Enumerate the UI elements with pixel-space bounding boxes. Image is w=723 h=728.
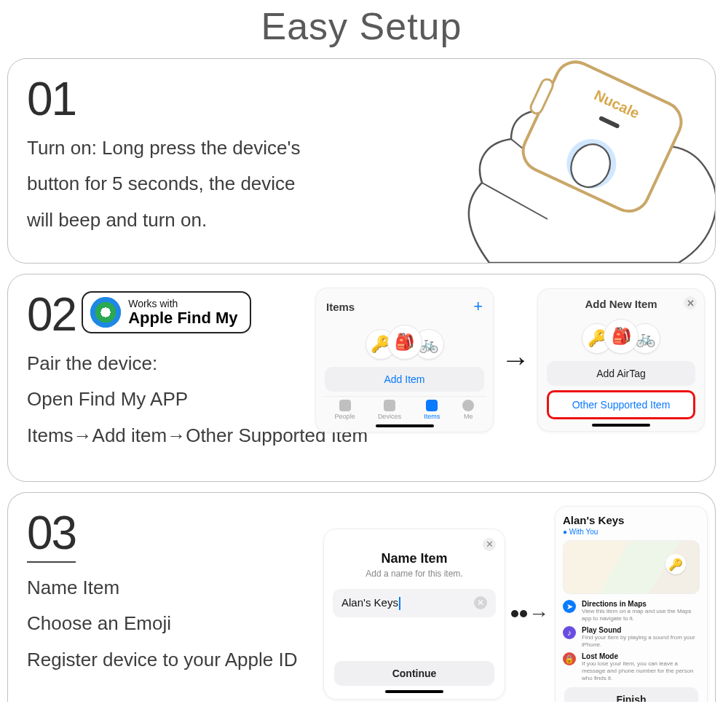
- items-title: Items: [326, 301, 355, 313]
- other-supported-item-button[interactable]: Other Supported Item: [547, 390, 695, 419]
- sound-icon: ♪: [563, 626, 576, 639]
- backpack-icon: 🎒: [604, 319, 639, 354]
- page-title: Easy Setup: [0, 4, 723, 48]
- item-name-value: Alan's Keys: [341, 596, 398, 609]
- tab-me[interactable]: Me: [462, 400, 474, 420]
- lock-icon: 🔒: [563, 652, 576, 665]
- tab-devices[interactable]: Devices: [378, 400, 401, 420]
- step2-screens: Items + 🔑 🎒 🚲 Add Item People Devices It…: [315, 288, 705, 432]
- map-pin-icon: 🔑: [665, 554, 686, 574]
- backpack-icon: 🎒: [387, 325, 422, 360]
- nameitem-subtitle: Add a name for this item.: [333, 569, 496, 579]
- findmy-tabbar: People Devices Items Me: [323, 396, 486, 420]
- items-screen: Items + 🔑 🎒 🚲 Add Item People Devices It…: [315, 288, 494, 432]
- step-card-2: 02 Works with Apple Find My Pair the dev…: [7, 274, 716, 482]
- detail-subtitle: ● With You: [563, 528, 700, 536]
- clear-input-icon[interactable]: ✕: [474, 596, 487, 609]
- step-number-1: 01: [27, 72, 696, 126]
- add-airtag-button[interactable]: Add AirTag: [547, 361, 695, 386]
- tab-people[interactable]: People: [335, 400, 355, 420]
- item-type-icons: 🔑 🎒 🚲: [323, 325, 486, 360]
- close-icon[interactable]: ✕: [684, 296, 697, 309]
- step-body-1: Turn on: Long press the device's button …: [27, 130, 696, 238]
- findmy-icon: [90, 297, 121, 328]
- item-detail-screen: Alan's Keys ● With You 🔑 ➤ Directions in…: [555, 506, 708, 702]
- map-preview: 🔑: [563, 540, 700, 594]
- close-icon[interactable]: ✕: [483, 538, 496, 551]
- arrow-right-icon: →: [501, 344, 530, 376]
- badge-big-text: Apple Find My: [128, 309, 237, 326]
- option-play-sound[interactable]: ♪ Play SoundFind your item by playing a …: [563, 626, 700, 648]
- continue-button[interactable]: Continue: [334, 661, 494, 686]
- step-card-3: 03 Name Item Choose an Emoji Register de…: [7, 492, 716, 702]
- step-number-2: 02: [27, 288, 76, 341]
- step-card-1: 01 Turn on: Long press the device's butt…: [7, 58, 716, 264]
- step1-line3: will beep and turn on.: [27, 202, 696, 238]
- finish-button[interactable]: Finish: [564, 687, 698, 702]
- name-item-screen: ✕ Name Item Add a name for this item. Al…: [323, 529, 505, 700]
- plus-icon[interactable]: +: [473, 297, 483, 316]
- detail-title: Alan's Keys: [563, 514, 700, 526]
- addnew-title: Add New Item: [585, 298, 657, 310]
- nameitem-title: Name Item: [333, 551, 496, 566]
- item-name-input[interactable]: Alan's Keys ✕: [333, 589, 496, 617]
- step3-screens: ✕ Name Item Add a name for this item. Al…: [323, 506, 708, 702]
- step1-line1: Turn on: Long press the device's: [27, 130, 696, 166]
- step-number-3: 03: [27, 506, 76, 563]
- directions-icon: ➤: [563, 600, 576, 613]
- step1-line2: button for 5 seconds, the device: [27, 166, 696, 202]
- item-type-icons-2: 🔑 🎒 🚲: [545, 319, 697, 354]
- home-indicator: [592, 424, 650, 427]
- add-item-button[interactable]: Add Item: [325, 367, 484, 392]
- dots-arrow-icon: →: [511, 602, 549, 625]
- home-indicator: [385, 690, 443, 693]
- badge-small-text: Works with: [128, 298, 237, 309]
- option-directions[interactable]: ➤ Directions in MapsView this item on a …: [563, 600, 700, 622]
- home-indicator: [376, 424, 434, 427]
- works-with-findmy-badge: Works with Apple Find My: [82, 291, 250, 333]
- tab-items[interactable]: Items: [424, 400, 440, 420]
- add-new-item-screen: Add New Item ✕ 🔑 🎒 🚲 Add AirTag Other Su…: [537, 288, 705, 432]
- option-lost-mode[interactable]: 🔒 Lost ModeIf you lose your item, you ca…: [563, 652, 700, 681]
